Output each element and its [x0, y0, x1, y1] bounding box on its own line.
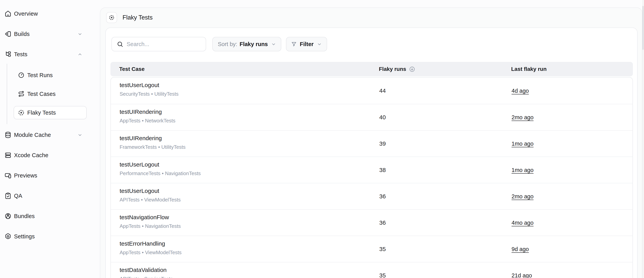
test-name: testUserLogout — [120, 188, 181, 194]
last-flaky-run-link[interactable]: 4mo ago — [512, 219, 534, 226]
filter-dropdown[interactable]: Filter — [286, 37, 327, 51]
sidebar-item-label: Flaky Tests — [27, 109, 56, 116]
sidebar-item-flaky-tests[interactable]: Flaky Tests — [14, 106, 87, 119]
table-row[interactable]: testUserLogout APITests • ViewModelTests… — [111, 183, 632, 209]
sidebar-item-label: Settings — [14, 233, 35, 240]
main-panel: Flaky Tests Sort by: Flaky runs Filter T… — [100, 8, 642, 278]
column-header-flaky-runs[interactable]: Flaky runs — [379, 62, 415, 76]
sidebar-item-label: Module Cache — [14, 132, 51, 138]
chevron-down-icon — [77, 132, 82, 138]
sidebar-item-label: QA — [14, 193, 22, 199]
last-flaky-run-link[interactable]: 2mo ago — [512, 193, 534, 200]
test-case-cell: testDataValidation APITests • ServiceTes… — [120, 267, 173, 278]
test-name: testNavigationFlow — [120, 214, 181, 221]
filter-label: Filter — [300, 41, 314, 47]
sidebar-item-label: Overview — [14, 11, 38, 17]
flaky-runs-value: 38 — [379, 167, 386, 173]
column-header-label: Flaky runs — [379, 62, 406, 76]
sidebar-item-qa[interactable]: QA — [0, 186, 87, 206]
flaky-runs-value: 40 — [379, 114, 386, 121]
bundle-icon — [4, 213, 12, 220]
flaky-runs-value: 36 — [379, 219, 386, 226]
table-row[interactable]: testDataValidation APITests • ServiceTes… — [111, 262, 632, 278]
test-case-cell: testErrorHandling AppTests • ViewModelTe… — [120, 240, 182, 255]
settings-nut-icon — [4, 233, 12, 240]
chevron-down-icon — [77, 31, 82, 37]
route-icon — [18, 91, 24, 97]
sidebar-item-label: Bundles — [14, 213, 35, 219]
search-box[interactable] — [112, 37, 206, 51]
sidebar-item-label: Test Cases — [27, 91, 56, 97]
sidebar-item-test-runs[interactable]: Test Runs — [14, 69, 87, 82]
tests-submenu: Test Runs Test Cases Flaky Tests — [0, 64, 100, 119]
home-icon — [4, 10, 12, 17]
column-header-last-flaky-run: Last flaky run — [511, 62, 546, 76]
search-input[interactable] — [126, 41, 201, 47]
sidebar-item-label: Tests — [14, 51, 28, 58]
last-flaky-run-link[interactable]: 2mo ago — [512, 114, 534, 120]
column-header-test-case: Test Case — [119, 62, 144, 76]
test-name: testUIRendering — [120, 135, 186, 142]
table-row[interactable]: testUIRendering FrameworkTests • Utility… — [111, 130, 632, 157]
content-card: Sort by: Flaky runs Filter Test Case Fla… — [106, 28, 638, 278]
test-name: testUserLogout — [120, 161, 201, 168]
test-name: testDataValidation — [120, 267, 173, 273]
submenu-indent-line — [6, 64, 7, 124]
last-flaky-run-link[interactable]: 21d ago — [512, 272, 532, 278]
test-name: testUserLogout — [120, 82, 178, 88]
sort-by-value: Flaky runs — [240, 41, 268, 47]
test-suites: APITests • ViewModelTests — [120, 197, 181, 203]
test-case-cell: testNavigationFlow AppTests • Navigation… — [120, 214, 181, 229]
sidebar-item-test-cases[interactable]: Test Cases — [14, 87, 87, 100]
breadcrumb: Flaky Tests — [106, 12, 152, 23]
chevron-down-icon — [317, 42, 322, 47]
clipboard-check-icon — [4, 192, 12, 199]
breadcrumb-icon-box — [106, 12, 117, 23]
sidebar-item-label: Builds — [14, 31, 30, 37]
sidebar-item-settings[interactable]: Settings — [0, 226, 87, 247]
sidebar-item-previews[interactable]: Previews — [0, 165, 87, 186]
last-flaky-run-link[interactable]: 9d ago — [512, 246, 529, 252]
sidebar-item-builds[interactable]: Builds — [0, 24, 87, 44]
test-suites: AppTests • NavigationTests — [120, 223, 181, 229]
table-row[interactable]: testUserLogout SecurityTests • UtilityTe… — [111, 77, 632, 104]
test-case-cell: testUserLogout APITests • ViewModelTests — [120, 188, 181, 203]
sidebar-item-bundles[interactable]: Bundles — [0, 206, 87, 226]
test-suites: APITests • ServiceTests — [120, 276, 173, 278]
scrollbar-thumb[interactable] — [642, 6, 644, 50]
search-icon — [117, 41, 123, 47]
table-row[interactable]: testNavigationFlow AppTests • Navigation… — [111, 209, 632, 236]
test-suites: PerformanceTests • NavigationTests — [120, 170, 201, 177]
page-title: Flaky Tests — [122, 14, 152, 21]
sidebar-item-label: Test Runs — [27, 72, 53, 78]
test-suites: SecurityTests • UtilityTests — [120, 91, 178, 97]
server-icon — [4, 152, 12, 159]
test-case-cell: testUserLogout PerformanceTests • Naviga… — [120, 161, 201, 177]
last-flaky-run-link[interactable]: 4d ago — [512, 87, 529, 94]
sort-by-dropdown[interactable]: Sort by: Flaky runs — [212, 37, 281, 51]
flaky-runs-value: 35 — [379, 246, 386, 252]
table-row[interactable]: testUIRendering AppTests • NetworkTests … — [111, 104, 632, 130]
sidebar-item-tests[interactable]: Tests — [0, 44, 87, 64]
chevron-down-icon — [271, 42, 276, 47]
test-name: testUIRendering — [120, 108, 176, 115]
flaky-runs-value: 39 — [379, 140, 386, 147]
devices-icon — [4, 172, 12, 179]
sort-descending-icon — [409, 66, 415, 72]
sidebar-item-label: Previews — [14, 172, 37, 179]
table-header: Test Case Flaky runs Last flaky run — [110, 62, 633, 76]
table-row[interactable]: testUserLogout PerformanceTests • Naviga… — [111, 157, 632, 183]
builds-icon — [4, 31, 12, 38]
table-row[interactable]: testErrorHandling AppTests • ViewModelTe… — [111, 236, 632, 262]
sidebar-item-overview[interactable]: Overview — [0, 4, 87, 24]
tests-tree-icon — [4, 51, 12, 58]
sidebar-item-xcode-cache[interactable]: Xcode Cache — [0, 145, 87, 165]
filter-funnel-icon — [291, 41, 297, 47]
test-suites: AppTests • NetworkTests — [120, 118, 176, 124]
flaky-runs-value: 35 — [379, 272, 386, 278]
database-icon — [4, 131, 12, 138]
sidebar-item-module-cache[interactable]: Module Cache — [0, 125, 87, 145]
last-flaky-run-link[interactable]: 1mo ago — [512, 167, 534, 173]
test-case-cell: testUIRendering AppTests • NetworkTests — [120, 108, 176, 124]
last-flaky-run-link[interactable]: 1mo ago — [512, 140, 534, 147]
